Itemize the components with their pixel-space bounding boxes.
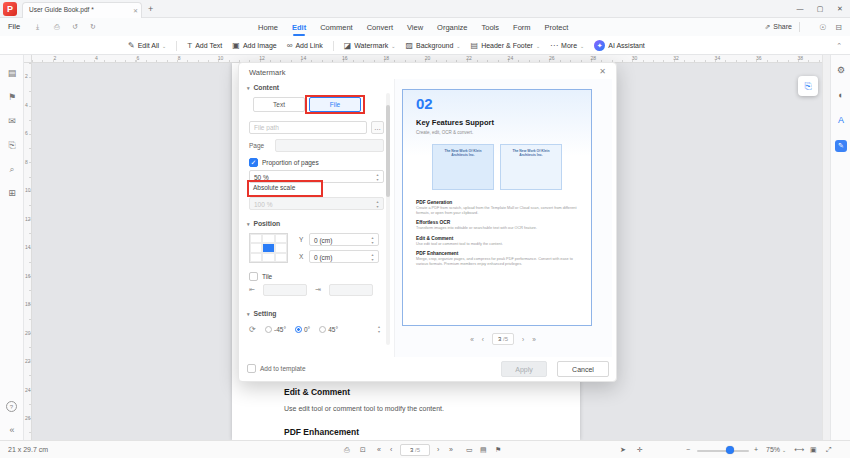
quick-action-widget[interactable]: ⎘: [798, 76, 818, 96]
absolute-scale-label[interactable]: Absolute scale: [253, 184, 295, 191]
spinner-arrows[interactable]: ▴ ▾: [374, 172, 381, 182]
dialog-close-icon[interactable]: ✕: [599, 67, 606, 76]
vertical-scrollbar[interactable]: [822, 55, 830, 440]
y-input[interactable]: 0 (cm) ▴ ▾: [309, 233, 379, 246]
more-button[interactable]: ⋯More⌄: [550, 41, 584, 50]
apply-button[interactable]: Apply: [501, 361, 547, 377]
panel-toggle-icon[interactable]: ⊟: [835, 23, 842, 32]
position-grid[interactable]: [249, 233, 288, 263]
menu-protect[interactable]: Protect: [545, 23, 569, 32]
spin-down-icon[interactable]: ▾: [378, 329, 380, 334]
spin-down-icon[interactable]: ▾: [371, 257, 373, 262]
search-icon[interactable]: ⌕: [0, 164, 24, 175]
menu-home[interactable]: Home: [258, 23, 278, 32]
menu-tools[interactable]: Tools: [482, 23, 500, 32]
watermark-button[interactable]: ◪Watermark⌄: [344, 41, 396, 50]
document-tab[interactable]: User Guide Book.pdf * ✕: [22, 2, 142, 18]
single-page-icon[interactable]: ▭: [466, 441, 473, 458]
thumbnails-icon[interactable]: ▤: [0, 68, 24, 78]
position-cell-selected[interactable]: [262, 243, 274, 252]
save-icon[interactable]: ⤓: [36, 18, 39, 36]
prev-page-icon[interactable]: ‹: [390, 441, 392, 458]
fit-page-icon[interactable]: ▣: [810, 441, 817, 458]
background-button[interactable]: ▨Background⌄: [405, 41, 460, 50]
spinner-arrows[interactable]: ▴ ▾: [369, 252, 376, 262]
position-cell[interactable]: [275, 234, 287, 243]
snapshot-icon[interactable]: ⊡: [360, 441, 366, 458]
user-icon[interactable]: ☉: [819, 23, 826, 32]
spin-down-icon[interactable]: ▾: [371, 240, 373, 245]
menu-convert[interactable]: Convert: [367, 23, 393, 32]
help-icon[interactable]: ?: [6, 401, 17, 412]
zoom-level[interactable]: 75%: [766, 441, 780, 458]
redo-icon[interactable]: ↻: [90, 18, 96, 36]
ai-sidebar-icon[interactable]: ✎: [835, 140, 847, 152]
page-number-input[interactable]: 3 /5: [400, 444, 430, 456]
next-page-icon[interactable]: ›: [437, 441, 439, 458]
chevron-down-icon[interactable]: ⌄: [782, 441, 786, 458]
menu-file[interactable]: File: [8, 18, 20, 36]
maximize-button[interactable]: ▢: [810, 0, 830, 18]
position-cell[interactable]: [275, 253, 287, 262]
position-cell[interactable]: [250, 253, 262, 262]
proportion-checkbox[interactable]: ✓: [249, 158, 258, 167]
menu-edit[interactable]: Edit: [292, 23, 306, 32]
menu-comment[interactable]: Comment: [320, 23, 353, 32]
minimize-button[interactable]: —: [790, 0, 810, 18]
hand-tool-icon[interactable]: ✛: [637, 441, 643, 458]
zoom-slider-track[interactable]: [697, 450, 749, 452]
header-footer-button[interactable]: ▤Header & Footer⌄: [471, 41, 541, 50]
add-text-button[interactable]: TAdd Text: [187, 41, 222, 50]
properties-icon[interactable]: ⚙: [831, 65, 850, 75]
undo-icon[interactable]: ↺: [72, 18, 78, 36]
zoom-slider-knob[interactable]: [726, 446, 734, 454]
print-icon[interactable]: ⎙: [54, 18, 60, 36]
add-link-button[interactable]: ∞Add Link: [287, 41, 323, 50]
tab-file[interactable]: File: [309, 97, 361, 112]
file-path-input[interactable]: [249, 121, 367, 134]
spinner-arrows[interactable]: ▴ ▾: [369, 235, 376, 245]
position-cell[interactable]: [275, 243, 287, 252]
position-cell[interactable]: [262, 253, 274, 262]
print-icon[interactable]: ⎙: [344, 441, 350, 458]
add-to-template-checkbox[interactable]: [247, 364, 256, 373]
proportion-value-spinner[interactable]: 50 % ▴ ▾: [249, 170, 384, 183]
rotation-spinner[interactable]: ▴ ▾: [375, 324, 383, 334]
last-page-icon[interactable]: »: [449, 441, 453, 458]
zoom-out-icon[interactable]: −: [686, 441, 690, 458]
tab-text[interactable]: Text: [253, 97, 305, 112]
content-section-header[interactable]: ▾ Content: [247, 84, 279, 91]
spin-down-icon[interactable]: ▾: [376, 177, 378, 182]
position-section-header[interactable]: ▾ Position: [247, 220, 280, 227]
position-cell[interactable]: [250, 243, 262, 252]
close-button[interactable]: ✕: [830, 0, 850, 18]
first-page-icon[interactable]: «: [470, 336, 474, 343]
dialog-scrollbar-thumb[interactable]: [386, 105, 390, 197]
prev-page-icon[interactable]: ‹: [482, 336, 484, 343]
new-tab-button[interactable]: +: [148, 0, 153, 18]
cancel-button[interactable]: Cancel: [557, 361, 609, 377]
ai-assistant-button[interactable]: ✦AI Assistant: [594, 40, 645, 51]
rotation-option-45[interactable]: 45°: [319, 326, 338, 333]
last-page-icon[interactable]: »: [532, 336, 536, 343]
comments-icon[interactable]: ✉: [0, 116, 24, 126]
first-page-icon[interactable]: «: [377, 441, 381, 458]
bookmarks-icon[interactable]: ⚑: [0, 92, 24, 102]
collapse-sidebar-icon[interactable]: «: [0, 425, 24, 435]
rotation-option-neg45[interactable]: -45°: [265, 326, 286, 333]
stamps-icon[interactable]: ⊞: [0, 188, 24, 198]
attachments-icon[interactable]: ⎘: [0, 140, 24, 151]
tab-close-icon[interactable]: ✕: [133, 4, 138, 18]
add-image-button[interactable]: ▣Add Image: [232, 41, 276, 50]
fullscreen-icon[interactable]: ⤢: [826, 441, 832, 458]
translate-icon[interactable]: A: [831, 115, 850, 125]
preview-page-indicator[interactable]: 3 /5: [492, 333, 514, 345]
x-input[interactable]: 0 (cm) ▴ ▾: [309, 250, 379, 263]
menu-form[interactable]: Form: [513, 23, 531, 32]
edit-all-button[interactable]: ✎Edit All⌄: [128, 41, 166, 50]
setting-section-header[interactable]: ▾ Setting: [247, 310, 276, 317]
position-cell[interactable]: [262, 234, 274, 243]
zoom-in-icon[interactable]: +: [754, 441, 758, 458]
menu-view[interactable]: View: [407, 23, 423, 32]
toolbar-collapse-icon[interactable]: ⌃: [836, 36, 842, 55]
